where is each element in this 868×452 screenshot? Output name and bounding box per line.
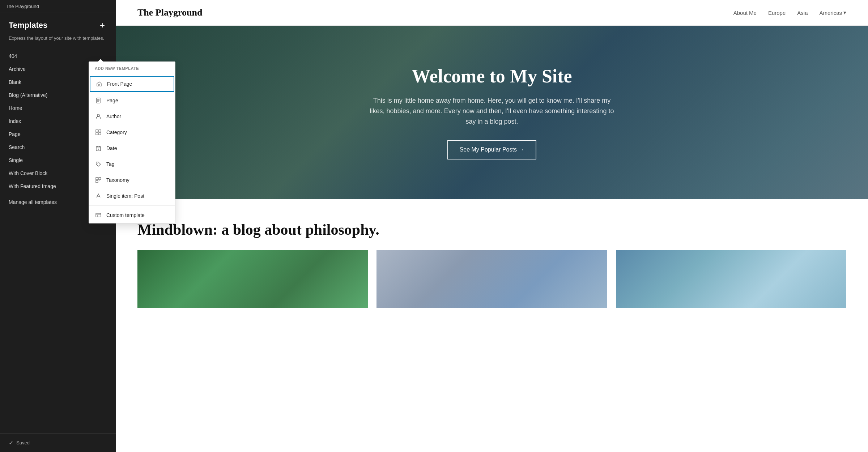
svg-rect-17: [96, 180, 98, 183]
sidebar-description: Express the layout of your site with tem…: [0, 33, 116, 48]
tag-icon: [95, 161, 102, 168]
dropdown-item-tag[interactable]: Tag: [89, 156, 175, 172]
svg-rect-5: [96, 130, 98, 132]
blog-img-mountains: [376, 250, 607, 308]
blog-img-coast: [616, 250, 846, 308]
sidebar-item-label: Archive: [9, 66, 26, 72]
sidebar-item-label: Search: [9, 144, 25, 150]
hero-description: This is my little home away from home. H…: [365, 95, 618, 127]
svg-rect-19: [96, 213, 101, 217]
post-icon: [95, 192, 102, 200]
add-template-button[interactable]: +: [98, 20, 107, 30]
blog-card-2: [376, 250, 607, 308]
dropdown-item-label: Tag: [106, 161, 115, 167]
blog-card-1: [137, 250, 368, 308]
dropdown-item-category[interactable]: Category: [89, 124, 175, 140]
sidebar-item-label: Blog (Alternative): [9, 92, 47, 98]
add-template-dropdown: ADD NEW TEMPLATE Front Page Page Au: [89, 61, 175, 223]
sidebar-item-label: Page: [9, 131, 21, 137]
sidebar-site-title: The Playground: [6, 4, 39, 9]
sidebar-item-label: 404: [9, 53, 17, 59]
site-nav: About Me Europe Asia Americas ▾: [733, 9, 846, 16]
blog-img-forest: [137, 250, 368, 308]
sidebar-top-bar: The Playground: [0, 0, 116, 13]
sidebar-item-label: Home: [9, 105, 22, 111]
author-icon: [95, 113, 102, 120]
date-icon: 2: [95, 145, 102, 152]
blog-section: Mindblown: a blog about philosophy.: [116, 199, 868, 322]
blog-grid: [137, 250, 846, 308]
nav-europe[interactable]: Europe: [768, 10, 786, 16]
custom-template-icon: [95, 212, 102, 219]
svg-rect-7: [96, 133, 98, 135]
blog-card-image-3: [616, 250, 846, 308]
dropdown-item-taxonomy[interactable]: Taxonomy: [89, 172, 175, 188]
dropdown-header: ADD NEW TEMPLATE: [89, 62, 175, 75]
site-logo: The Playground: [137, 7, 202, 18]
nav-asia[interactable]: Asia: [797, 10, 808, 16]
saved-label: Saved: [16, 440, 30, 445]
dropdown-item-label: Date: [106, 145, 117, 151]
sidebar-item-label: Single: [9, 157, 23, 163]
site-header: The Playground About Me Europe Asia Amer…: [116, 0, 868, 26]
dropdown-item-label: Taxonomy: [106, 177, 129, 183]
blog-card-3: [616, 250, 846, 308]
sidebar-item-label: With Cover Block: [9, 170, 47, 176]
dropdown-item-date[interactable]: 2 Date: [89, 140, 175, 156]
blog-card-image-1: [137, 250, 368, 308]
taxonomy-icon: [95, 176, 102, 184]
dropdown-item-front-page[interactable]: Front Page: [90, 76, 174, 92]
house-icon: [95, 80, 103, 88]
dropdown-item-label: Custom template: [106, 212, 145, 218]
svg-rect-16: [99, 178, 101, 180]
hero-section: Welcome to My Site This is my little hom…: [116, 26, 868, 199]
dropdown-item-label: Category: [106, 129, 127, 135]
dropdown-arrow: [98, 59, 103, 62]
preview-area: The Playground About Me Europe Asia Amer…: [116, 0, 868, 452]
category-icon: [95, 129, 102, 136]
hero-cta-button[interactable]: See My Popular Posts →: [447, 140, 537, 159]
sidebar-item-label: Index: [9, 118, 21, 124]
svg-point-14: [97, 163, 98, 163]
saved-check-icon: ✓: [9, 439, 13, 446]
svg-rect-18: [99, 180, 99, 181]
svg-rect-15: [96, 178, 98, 180]
page-icon: [95, 97, 102, 104]
dropdown-item-custom-template[interactable]: Custom template: [89, 207, 175, 223]
nav-about-me[interactable]: About Me: [733, 10, 757, 16]
dropdown-item-single-post[interactable]: Single item: Post: [89, 188, 175, 204]
dropdown-item-author[interactable]: Author: [89, 108, 175, 124]
dropdown-item-label: Single item: Post: [106, 193, 144, 199]
svg-text:2: 2: [98, 148, 99, 150]
dropdown-item-page[interactable]: Page: [89, 93, 175, 108]
main-preview: The Playground About Me Europe Asia Amer…: [116, 0, 868, 452]
dropdown-item-label: Front Page: [107, 81, 132, 87]
hero-title: Welcome to My Site: [412, 65, 572, 87]
chevron-down-icon: ▾: [843, 9, 846, 16]
sidebar-item-label: Blank: [9, 79, 21, 85]
blog-title: Mindblown: a blog about philosophy.: [137, 221, 846, 238]
dropdown-divider: [89, 205, 175, 206]
dropdown-item-label: Author: [106, 114, 121, 119]
sidebar-title: Templates: [9, 21, 47, 30]
nav-americas[interactable]: Americas ▾: [819, 9, 846, 16]
svg-rect-6: [99, 130, 101, 132]
sidebar-item-label: With Featured Image: [9, 183, 56, 189]
saved-status: ✓ Saved: [0, 433, 116, 452]
svg-rect-8: [99, 133, 101, 135]
blog-card-image-2: [376, 250, 607, 308]
sidebar-divider: [0, 48, 116, 48]
svg-point-4: [97, 114, 99, 116]
sidebar-header: Templates +: [0, 13, 116, 33]
dropdown-item-label: Page: [106, 98, 118, 103]
